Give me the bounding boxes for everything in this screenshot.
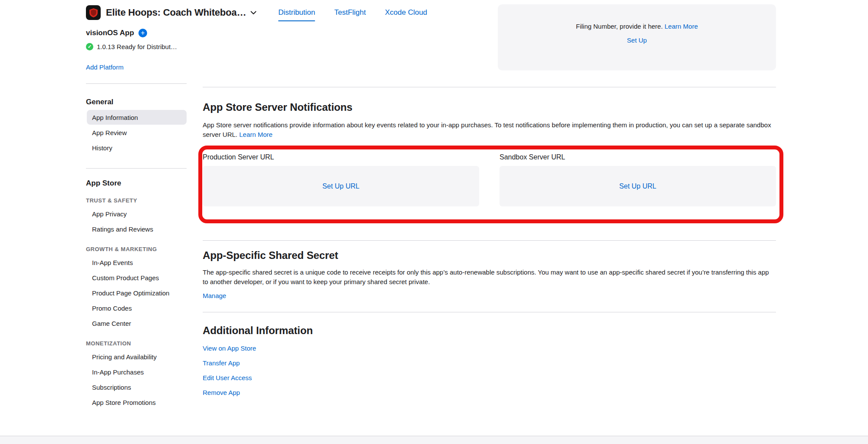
app-title: Elite Hoops: Coach Whiteboa… [106,7,246,18]
server-notifications-learn-more-link[interactable]: Learn More [239,131,273,138]
server-notifications-description-text: App Store server notifications provide i… [203,121,771,138]
platform-header: visionOS App + [86,29,187,37]
sidebar-item-product-page-optimization[interactable]: Product Page Optimization [87,285,187,300]
sidebar-item-pricing-availability[interactable]: Pricing and Availability [87,349,187,364]
sandbox-server-url-group: Sandbox Server URL Set Up URL [500,152,776,206]
check-circle-icon: ✓ [86,43,93,50]
server-notifications-heading: App Store Server Notifications [203,101,776,113]
sidebar-divider [86,83,187,84]
tab-xcode-cloud[interactable]: Xcode Cloud [385,8,427,17]
sidebar-nav-monetization: Pricing and Availability In-App Purchase… [86,349,187,410]
section-divider [203,312,776,312]
tab-distribution[interactable]: Distribution [278,8,315,17]
sidebar-item-app-review[interactable]: App Review [87,125,187,140]
production-server-url-group: Production Server URL Set Up URL [203,152,479,206]
sidebar-nav-general: App Information App Review History [86,110,187,155]
production-server-url-label: Production Server URL [203,152,479,162]
sidebar-divider [86,168,187,169]
transfer-app-link[interactable]: Transfer App [203,358,240,368]
section-divider [203,87,776,87]
sidebar-item-app-store-promotions[interactable]: App Store Promotions [87,395,187,410]
header-tabs: Distribution TestFlight Xcode Cloud [278,0,427,25]
app-icon [86,5,101,20]
tab-testflight[interactable]: TestFlight [334,8,366,17]
sidebar-item-ratings-reviews[interactable]: Ratings and Reviews [87,222,187,236]
add-platform-link[interactable]: Add Platform [86,63,124,71]
page-container: Elite Hoops: Coach Whiteboa… Distributio… [86,0,776,410]
sidebar-heading-general: General [86,98,187,106]
section-server-notifications: App Store Server Notifications App Store… [203,101,776,206]
sidebar-group-growth-marketing: GROWTH & MARKETING [86,246,187,252]
sidebar-nav-growth-marketing: In-App Events Custom Product Pages Produ… [86,255,187,331]
sidebar-item-promo-codes[interactable]: Promo Codes [87,301,187,315]
shared-secret-heading: App-Specific Shared Secret [203,249,776,262]
version-status-row[interactable]: ✓ 1.0.13 Ready for Distribut… [86,43,187,50]
sandbox-server-url-label: Sandbox Server URL [500,152,776,162]
production-server-url-panel: Set Up URL [203,166,479,206]
section-additional-information: Additional Information View on App Store… [203,325,776,398]
sidebar-item-history[interactable]: History [87,140,187,155]
additional-information-heading: Additional Information [203,325,776,337]
section-divider [203,240,776,241]
shared-secret-description: The app-specific shared secret is a uniq… [203,268,776,287]
main-content: App Store Server Notifications App Store… [203,25,776,403]
edit-user-access-link[interactable]: Edit User Access [203,373,252,383]
sidebar-group-monetization: MONETIZATION [86,340,187,347]
sidebar-item-custom-product-pages[interactable]: Custom Product Pages [87,270,187,285]
footer-bar [0,436,868,444]
sidebar-item-app-privacy[interactable]: App Privacy [87,206,187,221]
plus-circle-icon[interactable]: + [138,29,147,37]
content-columns: visionOS App + ✓ 1.0.13 Ready for Distri… [86,25,776,410]
sidebar-nav-trust-safety: App Privacy Ratings and Reviews [86,206,187,236]
remove-app-link[interactable]: Remove App [203,388,240,398]
sidebar-item-app-information[interactable]: App Information [87,110,187,125]
sandbox-set-up-url-link[interactable]: Set Up URL [619,182,656,190]
server-url-row: Production Server URL Set Up URL Sandbox… [203,152,776,206]
sidebar-item-in-app-purchases[interactable]: In-App Purchases [87,364,187,379]
manage-link[interactable]: Manage [203,292,226,299]
sidebar: visionOS App + ✓ 1.0.13 Ready for Distri… [86,25,187,410]
chevron-down-icon[interactable] [250,11,256,15]
platform-title: visionOS App [86,29,134,37]
server-notifications-description: App Store server notifications provide i… [203,120,776,139]
shield-icon [89,8,98,17]
version-status-label: 1.0.13 Ready for Distribut… [97,43,177,50]
sidebar-group-trust-safety: TRUST & SAFETY [86,197,187,204]
production-set-up-url-link[interactable]: Set Up URL [322,182,359,190]
sidebar-item-in-app-events[interactable]: In-App Events [87,255,187,270]
sidebar-heading-app-store: App Store [86,179,187,188]
section-shared-secret: App-Specific Shared Secret The app-speci… [203,249,776,300]
sidebar-item-subscriptions[interactable]: Subscriptions [87,380,187,394]
sandbox-server-url-panel: Set Up URL [500,166,776,206]
app-switcher[interactable]: Elite Hoops: Coach Whiteboa… [86,5,256,20]
view-on-app-store-link[interactable]: View on App Store [203,344,256,353]
sidebar-item-game-center[interactable]: Game Center [87,316,187,331]
additional-links: View on App Store Transfer App Edit User… [203,344,776,398]
